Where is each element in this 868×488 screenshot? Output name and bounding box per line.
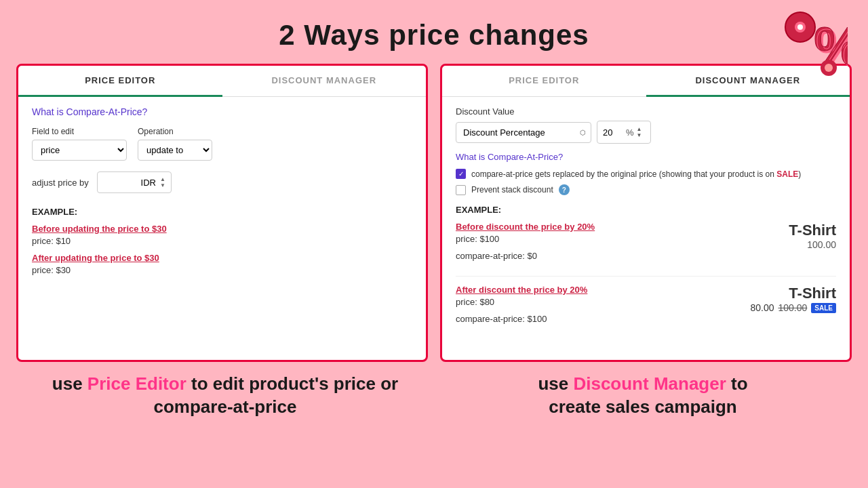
- compare-at-price-link-right[interactable]: What is Compare-At-Price?: [456, 152, 836, 162]
- before-discount-link[interactable]: Before discount the price by 20%: [456, 222, 768, 232]
- after-discount-grid: After discount the price by 20% price: $…: [456, 285, 836, 331]
- after-price-line: price: $30: [32, 265, 412, 275]
- bottom-right-text3: create sales campaign: [549, 396, 737, 417]
- field-operation-row: Field to edit price compare-at-price Ope…: [32, 127, 412, 161]
- after-discount-left: After discount the price by 20% price: $…: [456, 285, 750, 331]
- bottom-right-highlight: Discount Manager: [573, 373, 726, 394]
- right-example-section: EXAMPLE: Before discount the price by 20…: [456, 205, 836, 331]
- discount-value-label: Discount Value: [456, 106, 836, 117]
- page-background: 2 Ways price changes % PRICE EDITOR DISC…: [0, 0, 868, 419]
- field-to-edit-group: Field to edit price compare-at-price: [32, 127, 127, 161]
- before-discount-right: T-Shirt 100.00: [768, 222, 836, 250]
- adjust-input-box: IDR ▲ ▼: [97, 171, 172, 193]
- discount-number-spinner[interactable]: ▲ ▼: [637, 126, 642, 138]
- discount-controls: Discount Percentage Discount Amount ⬡ % …: [456, 121, 836, 144]
- right-tabs: PRICE EDITOR DISCOUNT MANAGER: [442, 66, 850, 97]
- checkbox2[interactable]: [456, 185, 466, 195]
- checkbox1[interactable]: ✓: [456, 169, 466, 179]
- bottom-right-text2: to: [726, 373, 748, 394]
- right-panel: PRICE EDITOR DISCOUNT MANAGER Discount V…: [440, 64, 852, 362]
- compare-at-price-link-left[interactable]: What is Compare-At-Price?: [32, 106, 412, 117]
- after-discount-price: price: $80: [456, 297, 750, 307]
- svg-point-2: [797, 24, 803, 30]
- adjust-currency: IDR: [141, 178, 156, 188]
- bottom-left-text3: compare-at-price: [154, 396, 297, 417]
- tab-discount-manager-left[interactable]: DISCOUNT MANAGER: [222, 66, 427, 96]
- panels-container: PRICE EDITOR DISCOUNT MANAGER What is Co…: [0, 64, 868, 362]
- after-tshirt-price-new: 80.00: [750, 302, 774, 313]
- page-title: 2 Ways price changes: [0, 19, 868, 52]
- bottom-left-use: use: [52, 373, 87, 394]
- checkbox2-row: Prevent stack discount ?: [456, 184, 836, 195]
- sale-badge-tag: SALE: [811, 303, 836, 313]
- before-discount-price: price: $100: [456, 234, 768, 244]
- after-discount-link[interactable]: After discount the price by 20%: [456, 285, 750, 295]
- discount-symbol: %: [626, 127, 634, 138]
- before-tshirt-title: T-Shirt: [789, 222, 836, 239]
- bottom-left-text: use Price Editor to edit product's price…: [16, 373, 434, 419]
- right-panel-body: Discount Value Discount Percentage Disco…: [442, 106, 850, 331]
- bottom-right-text: use Discount Manager to create sales cam…: [434, 373, 852, 419]
- after-discount-right: T-Shirt 80.00 100.00 SALE: [750, 285, 836, 313]
- before-tshirt-price: 100.00: [807, 239, 836, 250]
- left-example-section: EXAMPLE: Before updating the price to $3…: [32, 207, 412, 275]
- field-to-edit-label: Field to edit: [32, 127, 127, 136]
- after-tshirt-title: T-Shirt: [789, 285, 836, 302]
- right-example-label: EXAMPLE:: [456, 205, 836, 215]
- operation-label: Operation: [138, 127, 212, 136]
- adjust-label: adjust price by: [32, 178, 89, 188]
- discount-number-box: % ▲ ▼: [597, 121, 651, 144]
- checkbox1-row: ✓ compare-at-price gets replaced by the …: [456, 169, 836, 179]
- before-discount-left: Before discount the price by 20% price: …: [456, 222, 768, 268]
- left-tabs: PRICE EDITOR DISCOUNT MANAGER: [18, 66, 426, 97]
- adjust-spinner[interactable]: ▲ ▼: [160, 176, 165, 188]
- discount-type-wrap: Discount Percentage Discount Amount ⬡: [456, 122, 591, 143]
- after-tshirt-price-old: 100.00: [778, 302, 808, 313]
- bottom-text: use Price Editor to edit product's price…: [0, 362, 868, 419]
- tab-price-editor-right[interactable]: PRICE EDITOR: [442, 66, 646, 96]
- bottom-left-highlight: Price Editor: [87, 373, 186, 394]
- operation-group: Operation update to increase by decrease…: [138, 127, 212, 161]
- example-divider: [456, 276, 836, 277]
- left-panel-body: What is Compare-At-Price? Field to edit …: [18, 106, 426, 275]
- tab-discount-manager-right[interactable]: DISCOUNT MANAGER: [646, 66, 850, 97]
- bottom-left-text2: to edit product's price or: [186, 373, 398, 394]
- left-example-label: EXAMPLE:: [32, 207, 412, 217]
- checkbox2-text: Prevent stack discount: [471, 185, 553, 195]
- after-tshirt-prices: 80.00 100.00 SALE: [750, 302, 836, 313]
- before-discount-grid: Before discount the price by 20% price: …: [456, 222, 836, 268]
- after-discount-compare: compare-at-price: $100: [456, 314, 750, 324]
- before-price-line: price: $10: [32, 236, 412, 246]
- operation-select[interactable]: update to increase by decrease by: [138, 140, 212, 161]
- discount-number-input[interactable]: [603, 127, 623, 138]
- left-panel: PRICE EDITOR DISCOUNT MANAGER What is Co…: [16, 64, 428, 362]
- checkbox1-text: compare-at-price gets replaced by the or…: [471, 169, 801, 179]
- after-price-link[interactable]: After updating the price to $30: [32, 253, 412, 263]
- bottom-right-use: use: [538, 373, 573, 394]
- adjust-price-row: adjust price by IDR ▲ ▼: [32, 171, 412, 193]
- tab-price-editor-left[interactable]: PRICE EDITOR: [18, 66, 222, 97]
- header: 2 Ways price changes: [0, 0, 868, 64]
- before-price-link[interactable]: Before updating the price to $30: [32, 224, 412, 234]
- before-discount-compare: compare-at-price: $0: [456, 251, 768, 261]
- discount-type-select[interactable]: Discount Percentage Discount Amount: [456, 122, 591, 143]
- help-icon[interactable]: ?: [559, 184, 570, 195]
- field-to-edit-select[interactable]: price compare-at-price: [32, 140, 127, 161]
